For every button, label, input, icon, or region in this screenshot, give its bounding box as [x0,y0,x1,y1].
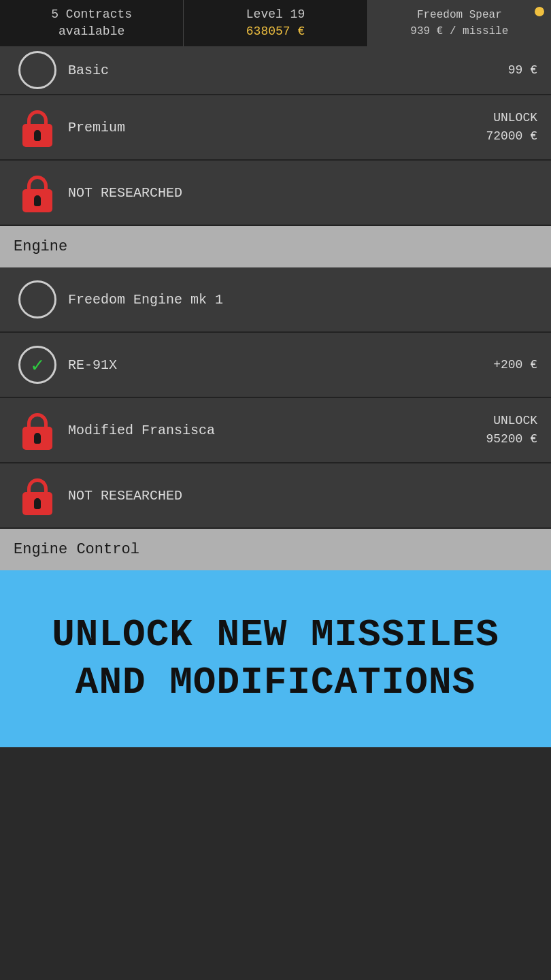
modified-fransisca-unlock-label: UNLOCK [486,412,537,430]
modified-fransisca-lock-icon [20,410,55,450]
freedom-engine-item[interactable]: Freedom Engine mk 1 [0,267,551,333]
header: 5 Contracts available Level 19 638057 € … [0,0,551,46]
engine-control-section-header: Engine Control [0,529,551,570]
contracts-info: 5 Contracts available [0,0,184,46]
lock-shackle-2 [27,176,48,191]
not-researched-engine-lock-icon [20,476,55,515]
lock-body-2 [22,189,52,212]
lock-shackle-3 [27,413,48,428]
basic-circle-icon [18,51,56,89]
level-label: Level 19 [246,6,305,23]
re91x-label: RE-91X [61,357,493,373]
contracts-line2: available [59,23,124,40]
engine-section-title: Engine [14,238,67,255]
premium-item-label: Premium [61,120,486,135]
freedom-engine-icon-wrap [14,280,61,318]
re91x-price: +200 € [493,356,537,374]
premium-item-price: UNLOCK 72000 € [486,109,537,146]
lock-body-4 [22,492,52,515]
not-researched-ammo-item: NOT RESEARCHED [0,161,551,226]
currency-balance: 638057 € [246,23,305,40]
not-researched-engine-lock-wrap [14,476,61,515]
missile-info: Freedom Spear 939 € / missile [368,0,551,46]
basic-item-label: Basic [61,63,508,78]
contracts-line1: 5 Contracts [51,6,132,23]
not-researched-ammo-lock-wrap [14,173,61,212]
premium-item[interactable]: Premium UNLOCK 72000 € [0,95,551,161]
missile-name: Freedom Spear [417,7,502,23]
re91x-circle-icon: ✓ [18,346,56,384]
basic-item[interactable]: Basic 99 € [0,46,551,95]
re91x-icon-wrap: ✓ [14,346,61,384]
lock-body [22,124,52,147]
premium-lock-icon [20,108,55,147]
premium-unlock-label: UNLOCK [486,109,537,127]
promo-text: UNLOCK NEW MISSILES AND MODIFICATIONS [27,611,524,706]
not-researched-engine-label: NOT RESEARCHED [61,488,537,504]
lock-keyhole-4 [34,498,41,509]
modified-fransisca-price: UNLOCK 95200 € [486,412,537,448]
modified-fransisca-lock-wrap [14,410,61,450]
engine-section-header: Engine [0,226,551,267]
re91x-item[interactable]: ✓ RE-91X +200 € [0,333,551,398]
basic-icon-wrap [14,51,61,89]
lock-body-3 [22,427,52,450]
basic-item-price: 99 € [508,61,537,80]
premium-price-value: 72000 € [486,129,537,143]
not-researched-engine-item: NOT RESEARCHED [0,463,551,529]
lock-shackle [27,110,48,125]
missile-price: 939 € / missile [410,23,508,39]
not-researched-ammo-label: NOT RESEARCHED [61,185,537,201]
re91x-checkmark: ✓ [31,353,44,378]
modified-fransisca-label: Modified Fransisca [61,423,486,438]
promo-section: UNLOCK NEW MISSILES AND MODIFICATIONS [0,570,551,747]
modified-fransisca-item[interactable]: Modified Fransisca UNLOCK 95200 € [0,398,551,463]
lock-keyhole [34,130,41,141]
missile-status-dot [535,7,544,16]
freedom-engine-circle-icon [18,280,56,318]
not-researched-ammo-lock-icon [20,173,55,212]
lock-keyhole-2 [34,195,41,206]
modified-fransisca-price-value: 95200 € [486,432,537,446]
level-info: Level 19 638057 € [184,0,367,46]
freedom-engine-label: Freedom Engine mk 1 [61,292,537,308]
lock-shackle-4 [27,478,48,493]
engine-control-section-title: Engine Control [14,541,139,558]
premium-lock-wrap [14,108,61,147]
lock-keyhole-3 [34,433,41,444]
